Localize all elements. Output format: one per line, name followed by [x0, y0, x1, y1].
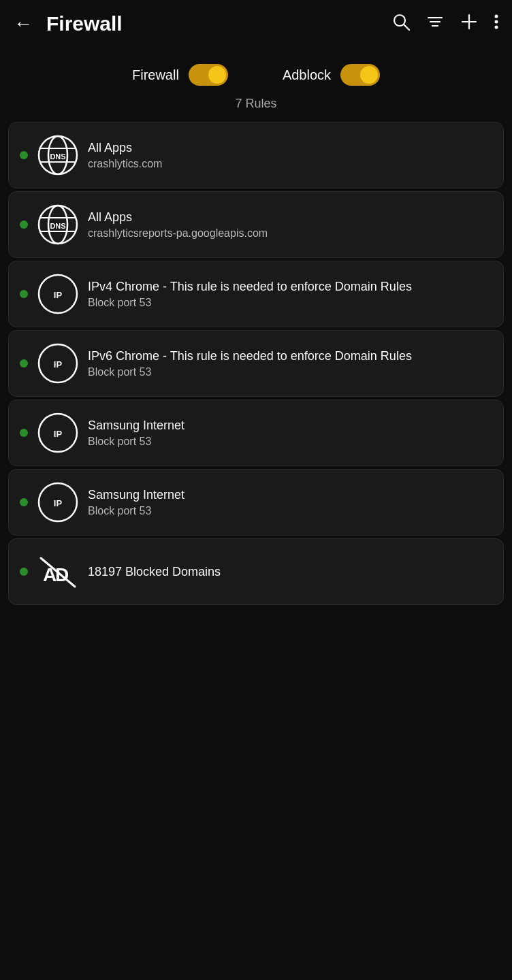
rule-title: All Apps	[88, 141, 162, 155]
firewall-label: Firewall	[132, 67, 179, 83]
rules-count: 7 Rules	[0, 91, 512, 122]
rule-title: All Apps	[88, 210, 268, 225]
rule-subtitle: crashlyticsreports-pa.googleapis.com	[88, 227, 268, 240]
rule-item[interactable]: IP Samsung Internet Block port 53	[8, 469, 504, 536]
status-dot	[20, 429, 28, 437]
rule-subtitle: crashlytics.com	[88, 158, 162, 170]
rule-text: Samsung Internet Block port 53	[88, 488, 185, 517]
rule-text: All Apps crashlytics.com	[88, 141, 162, 170]
rule-subtitle: Block port 53	[88, 505, 185, 517]
adblock-toggle-group: Adblock	[283, 64, 380, 86]
svg-text:IP: IP	[54, 429, 63, 439]
ip-icon: IP	[37, 412, 78, 453]
rule-text: All Apps crashlyticsreports-pa.googleapi…	[88, 210, 268, 240]
ip-icon: IP	[37, 343, 78, 384]
ip-icon: IP	[37, 482, 78, 523]
back-button[interactable]: ←	[14, 13, 33, 35]
rule-text: 18197 Blocked Domains	[88, 565, 221, 579]
toggles-row: Firewall Adblock	[0, 48, 512, 91]
rule-title: IPv4 Chrome - This rule is needed to enf…	[88, 280, 412, 294]
search-icon[interactable]	[392, 13, 410, 35]
ip-icon: IP	[37, 274, 78, 314]
adblock-knob	[360, 66, 378, 84]
status-dot	[20, 290, 28, 298]
status-dot	[20, 498, 28, 506]
rule-text: IPv4 Chrome - This rule is needed to enf…	[88, 280, 412, 309]
svg-text:DNS: DNS	[50, 222, 65, 230]
status-dot	[20, 151, 28, 159]
rule-subtitle: Block port 53	[88, 436, 185, 448]
status-dot	[20, 568, 28, 576]
adblock-toggle[interactable]	[340, 64, 380, 86]
svg-text:IP: IP	[54, 359, 63, 370]
rule-title: Samsung Internet	[88, 488, 185, 502]
rule-title: Samsung Internet	[88, 419, 185, 433]
firewall-knob	[208, 66, 226, 84]
more-options-icon[interactable]	[494, 14, 498, 34]
dns-icon: DNS	[37, 204, 78, 245]
rule-item[interactable]: IP IPv6 Chrome - This rule is needed to …	[8, 330, 504, 397]
page-title: Firewall	[46, 12, 384, 35]
svg-point-9	[495, 26, 498, 29]
svg-text:IP: IP	[54, 498, 63, 508]
rule-text: Samsung Internet Block port 53	[88, 419, 185, 448]
status-dot	[20, 220, 28, 229]
svg-point-7	[495, 15, 498, 18]
svg-text:DNS: DNS	[50, 152, 65, 161]
rule-subtitle: Block port 53	[88, 366, 412, 378]
firewall-toggle[interactable]	[189, 64, 228, 86]
svg-line-1	[404, 24, 409, 30]
rules-list: DNS All Apps crashlytics.com DNS All App…	[0, 122, 512, 605]
add-icon[interactable]	[460, 13, 478, 35]
rule-item[interactable]: IP Samsung Internet Block port 53	[8, 399, 504, 466]
rule-title: 18197 Blocked Domains	[88, 565, 221, 579]
svg-text:IP: IP	[54, 290, 63, 300]
firewall-toggle-group: Firewall	[132, 64, 228, 86]
header: ← Firewall	[0, 0, 512, 48]
rule-title: IPv6 Chrome - This rule is needed to enf…	[88, 349, 412, 363]
filter-icon[interactable]	[426, 13, 444, 35]
rule-item[interactable]: IP IPv4 Chrome - This rule is needed to …	[8, 261, 504, 327]
adblock-label: Adblock	[283, 67, 331, 83]
rule-item[interactable]: DNS All Apps crashlytics.com	[8, 122, 504, 189]
rule-text: IPv6 Chrome - This rule is needed to enf…	[88, 349, 412, 378]
svg-point-8	[495, 20, 498, 24]
dns-icon: DNS	[37, 135, 78, 176]
rule-item[interactable]: A D 18197 Blocked Domains	[8, 538, 504, 605]
status-dot	[20, 359, 28, 368]
rule-item[interactable]: DNS All Apps crashlyticsreports-pa.googl…	[8, 191, 504, 258]
rule-subtitle: Block port 53	[88, 297, 412, 309]
ad-icon: A D	[37, 551, 78, 592]
header-icons	[392, 13, 498, 35]
